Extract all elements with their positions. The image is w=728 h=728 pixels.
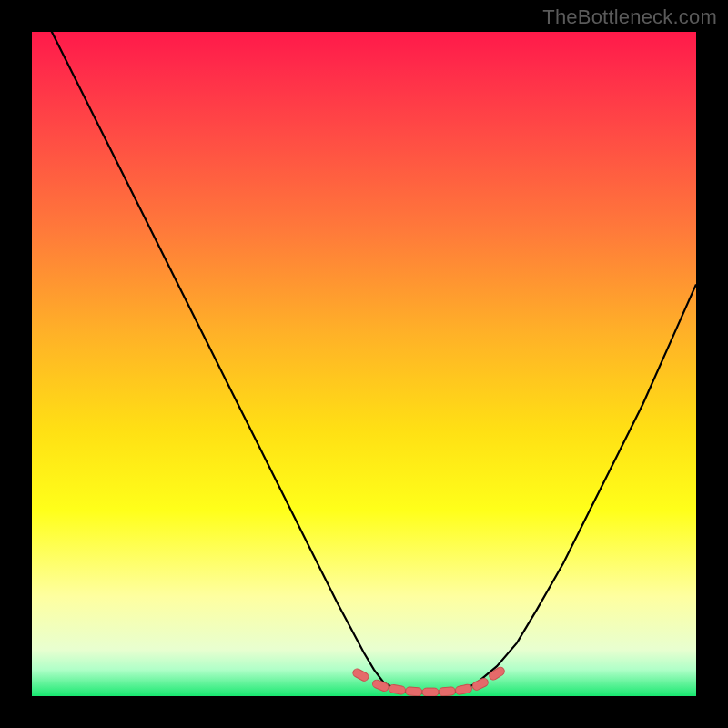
marker-dash <box>422 688 439 696</box>
marker-dash <box>405 687 422 696</box>
plot-area <box>32 32 696 696</box>
watermark-text: TheBottleneck.com <box>542 5 717 29</box>
outer-frame: TheBottleneck.com <box>0 0 728 728</box>
bottleneck-chart <box>32 32 696 696</box>
gradient-background <box>32 32 696 696</box>
marker-dash <box>439 687 456 696</box>
